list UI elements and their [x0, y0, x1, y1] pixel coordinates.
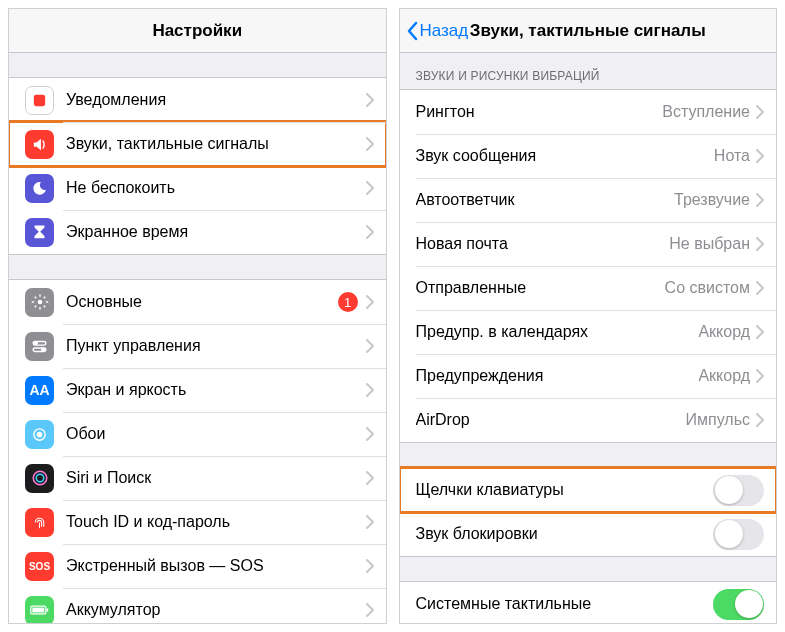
- sos-icon: SOS: [25, 552, 54, 581]
- row-label: Экран и яркость: [66, 381, 366, 399]
- svg-point-7: [37, 432, 41, 436]
- chevron-right-icon: [756, 281, 764, 295]
- chevron-right-icon: [366, 471, 374, 485]
- chevron-right-icon: [756, 149, 764, 163]
- settings-row-battery[interactable]: Аккумулятор: [9, 588, 386, 623]
- row-label: Звук блокировки: [416, 525, 714, 543]
- system-haptics-group: Системные тактильные: [400, 581, 777, 623]
- navbar: Назад Звуки, тактильные сигналы: [400, 9, 777, 53]
- svg-point-4: [35, 341, 38, 344]
- settings-row-notifications[interactable]: Уведомления: [9, 78, 386, 122]
- chevron-right-icon: [756, 325, 764, 339]
- sound-row-calalert[interactable]: Предупр. в календаряхАккорд: [400, 310, 777, 354]
- chevron-right-icon: [366, 339, 374, 353]
- wallpaper-icon: [25, 420, 54, 449]
- row-label: Отправленные: [416, 279, 665, 297]
- row-value: Вступление: [662, 103, 750, 121]
- svg-point-9: [36, 474, 44, 482]
- battery-icon: [25, 596, 54, 624]
- chevron-right-icon: [366, 137, 374, 151]
- back-label: Назад: [420, 21, 469, 41]
- row-label: Аккумулятор: [66, 601, 366, 619]
- toggle-row-systemhaptics: Системные тактильные: [400, 582, 777, 623]
- row-label: Звуки, тактильные сигналы: [66, 135, 366, 153]
- row-value: Трезвучие: [674, 191, 750, 209]
- settings-row-screentime[interactable]: Экранное время: [9, 210, 386, 254]
- switches-icon: [25, 332, 54, 361]
- row-label: Уведомления: [66, 91, 366, 109]
- svg-rect-11: [32, 608, 44, 613]
- sound-row-newmail[interactable]: Новая почтаНе выбран: [400, 222, 777, 266]
- settings-row-dnd[interactable]: Не беспокоить: [9, 166, 386, 210]
- row-value: Аккорд: [698, 323, 750, 341]
- chevron-right-icon: [366, 515, 374, 529]
- chevron-right-icon: [366, 427, 374, 441]
- settings-row-touchid[interactable]: Touch ID и код-пароль: [9, 500, 386, 544]
- sound-row-sentmail[interactable]: ОтправленныеСо свистом: [400, 266, 777, 310]
- chevron-right-icon: [366, 383, 374, 397]
- settings-row-display[interactable]: AAЭкран и яркость: [9, 368, 386, 412]
- badge: 1: [338, 292, 358, 312]
- sound-row-reminder[interactable]: ПредупрежденияАккорд: [400, 354, 777, 398]
- moon-icon: [25, 174, 54, 203]
- settings-row-controlcenter[interactable]: Пункт управления: [9, 324, 386, 368]
- chevron-right-icon: [366, 93, 374, 107]
- sound-row-voicemail[interactable]: АвтоответчикТрезвучие: [400, 178, 777, 222]
- sounds-settings-screen: Назад Звуки, тактильные сигналы Звуки и …: [399, 8, 778, 624]
- row-label: AirDrop: [416, 411, 686, 429]
- chevron-left-icon: [406, 21, 418, 41]
- svg-point-8: [33, 471, 47, 485]
- row-value: Нота: [714, 147, 750, 165]
- toggle-systemhaptics[interactable]: [713, 589, 764, 620]
- scroll-area[interactable]: УведомленияЗвуки, тактильные сигналыНе б…: [9, 53, 386, 623]
- svg-rect-12: [47, 608, 49, 611]
- bell-icon: [25, 86, 54, 115]
- row-value: Импульс: [686, 411, 750, 429]
- sound-row-airdrop[interactable]: AirDropИмпульс: [400, 398, 777, 442]
- row-label: Автоответчик: [416, 191, 675, 209]
- settings-group-1: УведомленияЗвуки, тактильные сигналыНе б…: [9, 77, 386, 255]
- fingerprint-icon: [25, 508, 54, 537]
- chevron-right-icon: [756, 369, 764, 383]
- display-icon: AA: [25, 376, 54, 405]
- settings-row-sounds[interactable]: Звуки, тактильные сигналы: [9, 122, 386, 166]
- hourglass-icon: [25, 218, 54, 247]
- chevron-right-icon: [756, 413, 764, 427]
- row-label: Новая почта: [416, 235, 670, 253]
- row-label: Не беспокоить: [66, 179, 366, 197]
- navbar-title: Звуки, тактильные сигналы: [470, 21, 706, 41]
- chevron-right-icon: [366, 181, 374, 195]
- scroll-area[interactable]: Звуки и рисунки вибраций РингтонВступлен…: [400, 53, 777, 623]
- row-label: Системные тактильные: [416, 595, 714, 613]
- back-button[interactable]: Назад: [406, 21, 469, 41]
- sound-row-text[interactable]: Звук сообщенияНота: [400, 134, 777, 178]
- sound-icon: [25, 130, 54, 159]
- settings-row-siri[interactable]: Siri и Поиск: [9, 456, 386, 500]
- settings-row-wallpaper[interactable]: Обои: [9, 412, 386, 456]
- sound-row-ringtone[interactable]: РингтонВступление: [400, 90, 777, 134]
- row-value: Не выбран: [669, 235, 750, 253]
- svg-point-5: [42, 348, 45, 351]
- svg-rect-0: [34, 94, 45, 105]
- row-label: Touch ID и код-пароль: [66, 513, 366, 531]
- row-label: Звук сообщения: [416, 147, 714, 165]
- row-label: Рингтон: [416, 103, 663, 121]
- sound-patterns-group: РингтонВступлениеЗвук сообщенияНотаАвтоо…: [400, 89, 777, 443]
- row-label: Предупреждения: [416, 367, 699, 385]
- toggle-locksound[interactable]: [713, 519, 764, 550]
- row-label: Экранное время: [66, 223, 366, 241]
- section-header-sounds: Звуки и рисунки вибраций: [400, 53, 777, 89]
- navbar: Настройки: [9, 9, 386, 53]
- svg-point-1: [37, 300, 42, 305]
- settings-row-general[interactable]: Основные1: [9, 280, 386, 324]
- chevron-right-icon: [756, 105, 764, 119]
- row-label: Экстренный вызов — SOS: [66, 557, 366, 575]
- navbar-title: Настройки: [152, 21, 242, 41]
- row-value: Со свистом: [665, 279, 750, 297]
- toggle-keyboardclicks[interactable]: [713, 475, 764, 506]
- chevron-right-icon: [366, 295, 374, 309]
- toggle-row-keyboardclicks: Щелчки клавиатуры: [400, 468, 777, 512]
- chevron-right-icon: [756, 237, 764, 251]
- siri-icon: [25, 464, 54, 493]
- settings-row-sos[interactable]: SOSЭкстренный вызов — SOS: [9, 544, 386, 588]
